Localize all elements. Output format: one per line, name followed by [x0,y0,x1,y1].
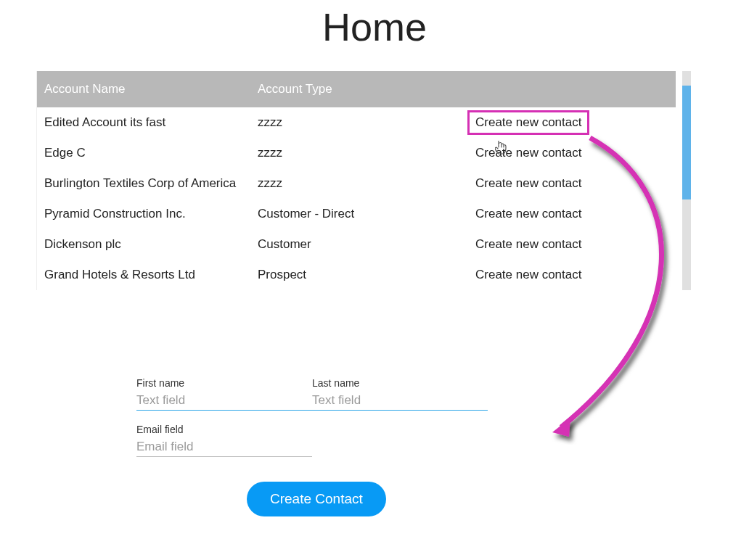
page-title: Home [0,4,749,49]
cell-account-name: Edge C [37,138,250,168]
cell-action: Create new contact [464,229,676,260]
table-row: Edited Account its fastzzzzCreate new co… [37,107,676,138]
table-row: Grand Hotels & Resorts LtdProspectCreate… [37,260,676,290]
cell-account-type: zzzz [250,138,464,168]
cell-account-name: Burlington Textiles Corp of America [37,168,250,199]
create-new-contact-link[interactable]: Create new contact [471,144,586,162]
table-row: Burlington Textiles Corp of AmericazzzzC… [37,168,676,199]
cell-account-name: Edited Account its fast [37,107,250,138]
cell-account-type: Customer [250,229,464,260]
email-field-wrap: Email field [136,424,312,457]
last-name-input[interactable] [312,390,488,411]
email-label: Email field [136,424,312,435]
accounts-table-container: Account Name Account Type Edited Account… [36,71,682,290]
cell-action: Create new contact [464,168,676,199]
table-scrollbar[interactable] [682,71,691,290]
cell-action: Create new contact [464,260,676,290]
create-new-contact-link[interactable]: Create new contact [471,236,586,253]
create-new-contact-link[interactable]: Create new contact [471,175,586,192]
last-name-field-wrap: Last name [312,377,488,411]
first-name-field-wrap: First name [136,377,312,411]
cell-account-type: Prospect [250,260,464,290]
create-new-contact-link[interactable]: Create new contact [471,114,586,131]
cell-account-name: Pyramid Construction Inc. [37,199,250,229]
col-header-type: Account Type [250,71,464,107]
create-contact-button[interactable]: Create Contact [247,482,386,516]
cell-action: Create new contact [464,138,676,168]
create-new-contact-link[interactable]: Create new contact [471,266,586,284]
first-name-input[interactable] [136,390,312,411]
create-new-contact-link[interactable]: Create new contact [471,205,586,223]
table-row: Dickenson plcCustomerCreate new contact [37,229,676,260]
cell-account-name: Dickenson plc [37,229,250,260]
col-header-name: Account Name [37,71,250,107]
cell-action: Create new contact [464,107,676,138]
scrollbar-thumb[interactable] [682,86,691,199]
cell-account-type: zzzz [250,107,464,138]
cell-account-type: zzzz [250,168,464,199]
svg-marker-0 [552,418,570,437]
cell-account-type: Customer - Direct [250,199,464,229]
accounts-table: Account Name Account Type Edited Account… [37,71,676,290]
email-input[interactable] [136,437,312,457]
first-name-label: First name [136,377,312,389]
cell-account-name: Grand Hotels & Resorts Ltd [37,260,250,290]
table-row: Edge CzzzzCreate new contact [37,138,676,168]
last-name-label: Last name [312,377,488,389]
col-header-action [464,71,676,107]
cell-action: Create new contact [464,199,676,229]
create-contact-form: First name Last name Email field Create … [136,377,499,516]
table-row: Pyramid Construction Inc.Customer - Dire… [37,199,676,229]
